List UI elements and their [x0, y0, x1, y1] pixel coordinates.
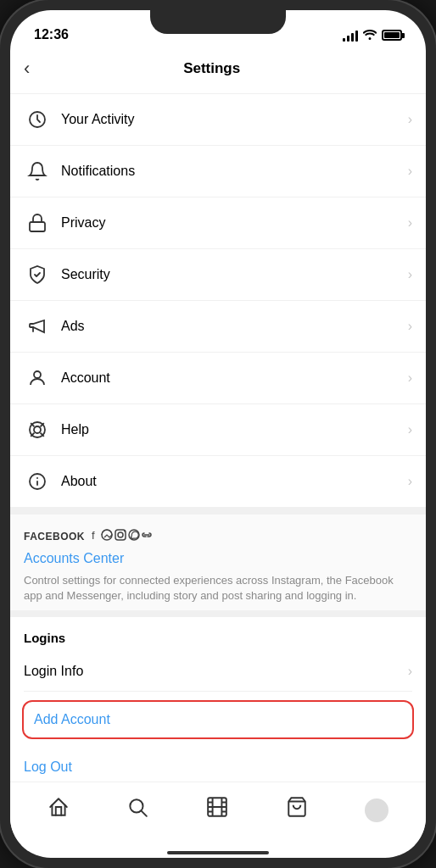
lock-icon	[24, 209, 51, 236]
home-bar	[167, 851, 269, 854]
settings-item-label-your-activity: Your Activity	[61, 112, 408, 127]
settings-item-label-privacy: Privacy	[61, 215, 408, 231]
person-icon	[24, 364, 51, 392]
info-icon	[24, 468, 51, 495]
facebook-header: FACEBOOK f	[24, 528, 412, 544]
status-time: 12:36	[34, 27, 69, 42]
home-icon	[48, 796, 70, 824]
settings-item-label-ads: Ads	[61, 319, 408, 334]
bell-icon	[24, 158, 51, 185]
chevron-right-icon: ›	[408, 112, 412, 127]
chevron-right-icon: ›	[408, 215, 412, 231]
settings-item-label-security: Security	[61, 267, 408, 282]
facebook-brand-icons: f	[92, 528, 159, 544]
nav-search[interactable]	[120, 789, 155, 831]
settings-item-label-notifications: Notifications	[61, 164, 408, 179]
facebook-description: Control settings for connected experienc…	[24, 573, 412, 604]
chevron-right-icon: ›	[408, 267, 412, 282]
reels-icon	[206, 796, 228, 824]
bottom-navigation	[10, 782, 426, 851]
settings-header: ‹ Settings	[10, 47, 426, 94]
settings-item-help[interactable]: Help ›	[10, 404, 426, 456]
svg-point-4	[34, 426, 41, 433]
svg-point-15	[118, 532, 123, 537]
status-icons	[343, 28, 402, 42]
shield-icon	[24, 261, 51, 288]
settings-item-label-account: Account	[61, 370, 408, 386]
chevron-right-icon: ›	[408, 664, 412, 679]
log-out-label: Log Out	[24, 760, 72, 774]
login-info-label: Login Info	[24, 664, 408, 679]
settings-item-security[interactable]: Security ›	[10, 249, 426, 301]
svg-rect-1	[30, 222, 45, 231]
log-out-item[interactable]: Log Out	[24, 748, 412, 782]
facebook-title: FACEBOOK	[24, 531, 85, 542]
nav-profile[interactable]	[358, 792, 395, 829]
settings-item-notifications[interactable]: Notifications ›	[10, 146, 426, 198]
nav-home[interactable]	[41, 789, 76, 831]
home-indicator	[10, 851, 426, 858]
settings-item-account[interactable]: Account ›	[10, 353, 426, 404]
nav-reels[interactable]	[199, 789, 235, 831]
settings-item-about[interactable]: About ›	[10, 456, 426, 508]
svg-text:f: f	[92, 529, 97, 542]
wifi-icon	[363, 28, 377, 42]
add-account-label: Add Account	[34, 712, 402, 727]
add-account-button[interactable]: Add Account	[22, 700, 414, 739]
add-account-wrapper: Add Account	[24, 692, 412, 748]
settings-item-ads[interactable]: Ads ›	[10, 301, 426, 353]
login-info-item[interactable]: Login Info ›	[24, 652, 412, 692]
megaphone-icon	[24, 313, 51, 340]
nav-shop[interactable]	[279, 789, 315, 831]
activity-icon	[24, 106, 51, 133]
battery-icon	[382, 30, 402, 41]
chevron-right-icon: ›	[408, 474, 412, 489]
svg-point-2	[34, 371, 41, 378]
settings-item-label-help: Help	[61, 422, 408, 437]
logins-section: Logins Login Info › Add Account Log Out	[10, 610, 426, 782]
svg-line-19	[142, 811, 147, 816]
shop-icon	[286, 796, 308, 824]
settings-item-privacy[interactable]: Privacy ›	[10, 198, 426, 249]
search-icon	[126, 796, 148, 824]
settings-item-label-about: About	[61, 474, 408, 489]
chevron-right-icon: ›	[408, 164, 412, 179]
facebook-section: FACEBOOK f	[10, 508, 426, 610]
chevron-right-icon: ›	[408, 370, 412, 386]
logins-title: Logins	[24, 631, 412, 645]
svg-point-16	[124, 531, 126, 532]
chevron-right-icon: ›	[408, 319, 412, 334]
accounts-center-link[interactable]: Accounts Center	[24, 551, 412, 566]
settings-item-your-activity[interactable]: Your Activity ›	[10, 94, 426, 146]
back-button[interactable]: ‹	[24, 54, 36, 83]
profile-avatar	[365, 798, 388, 822]
signal-bars-icon	[343, 30, 358, 42]
settings-content: Your Activity › Notifications ›	[10, 94, 426, 782]
lifebuoy-icon	[24, 416, 51, 443]
chevron-right-icon: ›	[408, 422, 412, 437]
page-title: Settings	[36, 60, 387, 77]
